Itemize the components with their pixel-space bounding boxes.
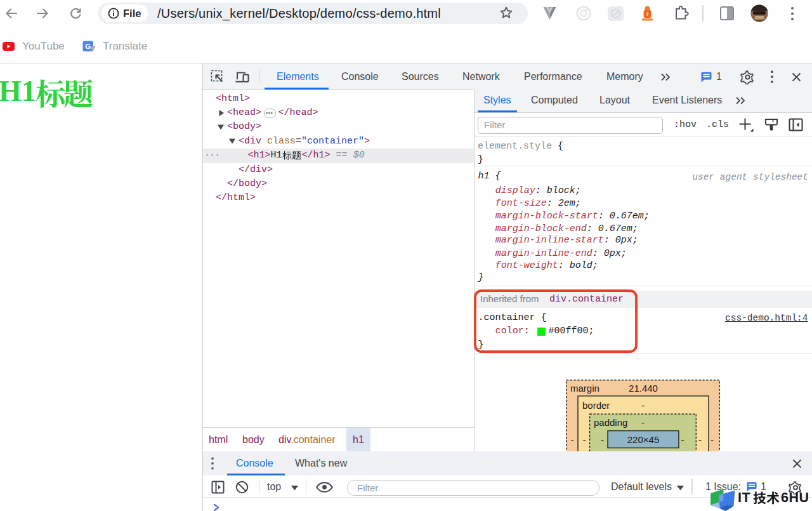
svg-text:-: - <box>698 434 702 445</box>
svg-text:margin: margin <box>570 383 599 394</box>
svg-text:220×45: 220×45 <box>627 434 659 445</box>
svg-text:-: - <box>571 434 574 445</box>
svg-text:border: border <box>582 400 610 411</box>
svg-text:-: - <box>601 434 604 445</box>
svg-text:-: - <box>681 434 684 445</box>
svg-text:-: - <box>641 417 645 428</box>
svg-text:-: - <box>710 434 714 445</box>
svg-text:-: - <box>641 400 645 411</box>
svg-text:21.440: 21.440 <box>629 383 658 394</box>
svg-text:G: G <box>85 42 91 50</box>
svg-text:padding: padding <box>594 417 627 428</box>
svg-text:-: - <box>583 434 586 445</box>
